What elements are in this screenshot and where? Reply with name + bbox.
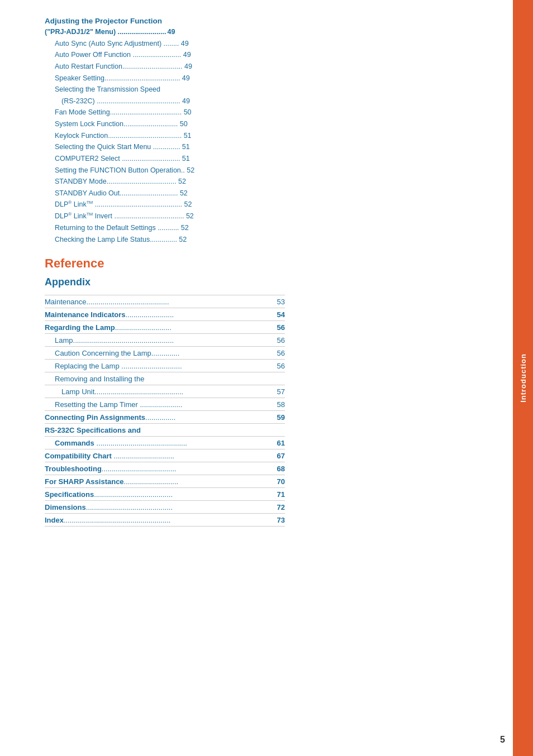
- toc-entry-keylock: Keylock Function........................…: [45, 130, 485, 142]
- toc-entry-lamp-life: Checking the Lamp Life Status...........…: [45, 234, 485, 246]
- side-tab-label: Introduction: [519, 353, 527, 403]
- top-heading: Adjusting the Projector Function: [45, 17, 485, 25]
- toc-entry-autorestart: Auto Restart Function...................…: [45, 61, 485, 73]
- app-page-dimensions: 72: [268, 503, 285, 511]
- app-label-dimensions: Dimensions..............................…: [45, 503, 268, 511]
- toc-entry-prj: ("PRJ-ADJ1/2" Menu) ....................…: [45, 26, 485, 38]
- app-row-lamp: Lamp....................................…: [45, 333, 285, 346]
- side-tab: Introduction: [513, 0, 533, 756]
- app-page-regarding-lamp: 56: [268, 323, 285, 332]
- app-label-troubleshooting: Troubleshooting.........................…: [45, 465, 268, 473]
- app-label-commands: Commands ...............................…: [45, 439, 268, 447]
- app-label-removing-installing: Removing and Installing the: [45, 375, 268, 383]
- top-toc-entries: ("PRJ-ADJ1/2" Menu) ....................…: [45, 26, 485, 245]
- app-row-dimensions: Dimensions..............................…: [45, 500, 285, 513]
- toc-entry-autopoweroff: Auto Power Off Function ................…: [45, 49, 485, 61]
- app-page-troubleshooting: 68: [268, 465, 285, 473]
- app-label-connecting-pin: Connecting Pin Assignments..............…: [45, 413, 268, 422]
- app-label-sharp-assistance: For SHARP Assistance....................…: [45, 477, 268, 486]
- app-row-specifications: Specifications..........................…: [45, 487, 285, 500]
- app-row-compatibility: Compatibility Chart ....................…: [45, 449, 285, 462]
- app-row-commands: Commands ...............................…: [45, 436, 285, 449]
- app-label-resetting-timer: Resetting the Lamp Timer ...............…: [45, 400, 268, 409]
- reference-heading: Reference: [45, 256, 485, 271]
- app-row-replacing-lamp: Replacing the Lamp .....................…: [45, 359, 285, 372]
- app-page-replacing-lamp: 56: [268, 362, 285, 370]
- app-page-specifications: 71: [268, 490, 285, 499]
- app-label-lamp: Lamp....................................…: [45, 336, 268, 344]
- app-row-troubleshooting: Troubleshooting.........................…: [45, 462, 285, 475]
- main-content: Adjusting the Projector Function ("PRJ-A…: [0, 0, 513, 560]
- app-page-commands: 61: [268, 439, 285, 447]
- app-page-maintenance-indicators: 54: [268, 310, 285, 319]
- app-row-sharp-assistance: For SHARP Assistance....................…: [45, 475, 285, 487]
- app-label-maintenance-indicators: Maintenance Indicators..................…: [45, 310, 268, 319]
- app-row-removing-installing: Removing and Installing the: [45, 372, 285, 385]
- toc-entry-default-settings: Returning to the Default Settings ......…: [45, 222, 485, 234]
- app-label-maintenance: Maintenance.............................…: [45, 298, 268, 306]
- page-container: Introduction Adjusting the Projector Fun…: [0, 0, 533, 756]
- toc-entry-transmission-heading: Selecting the Transmission Speed: [45, 84, 485, 95]
- app-row-regarding-lamp: Regarding the Lamp......................…: [45, 320, 285, 333]
- app-row-connecting-pin: Connecting Pin Assignments..............…: [45, 410, 285, 423]
- app-label-rs232c-spec: RS-232C Specifications and: [45, 426, 268, 434]
- top-toc-section: Adjusting the Projector Function ("PRJ-A…: [45, 17, 485, 245]
- app-row-maintenance-indicators: Maintenance Indicators..................…: [45, 308, 285, 320]
- toc-entry-standby-audio: STANDBY Audio Out.......................…: [45, 188, 485, 199]
- app-page-connecting-pin: 59: [268, 413, 285, 422]
- app-label-specifications: Specifications..........................…: [45, 490, 268, 499]
- toc-entry-standby: STANDBY Mode............................…: [45, 176, 485, 188]
- app-page-sharp-assistance: 70: [268, 477, 285, 486]
- toc-entry-fanmode: Fan Mode Setting........................…: [45, 107, 485, 118]
- page-number: 5: [500, 735, 505, 745]
- app-label-caution-lamp: Caution Concerning the Lamp.............…: [45, 349, 268, 357]
- toc-entry-quickstart: Selecting the Quick Start Menu .........…: [45, 141, 485, 153]
- app-label-replacing-lamp: Replacing the Lamp .....................…: [45, 362, 268, 370]
- app-row-index: Index...................................…: [45, 513, 285, 527]
- app-row-maintenance: Maintenance.............................…: [45, 295, 285, 308]
- toc-entry-dlp-link-invert: DLP® LinkTM Invert .....................…: [45, 210, 485, 222]
- app-page-resetting-timer: 58: [268, 400, 285, 409]
- app-row-rs232c-spec: RS-232C Specifications and: [45, 423, 285, 436]
- app-page-lamp-unit: 57: [268, 387, 285, 396]
- toc-entry-syslock: System Lock Function....................…: [45, 118, 485, 130]
- app-label-index: Index...................................…: [45, 516, 268, 524]
- app-row-caution-lamp: Caution Concerning the Lamp.............…: [45, 346, 285, 359]
- toc-entry-speaker: Speaker Setting.........................…: [45, 73, 485, 84]
- toc-entry-function-btn: Setting the FUNCTION Button Operation.. …: [45, 165, 485, 176]
- app-label-compatibility: Compatibility Chart ....................…: [45, 452, 268, 460]
- app-page-lamp: 56: [268, 336, 285, 344]
- app-page-maintenance: 53: [268, 298, 285, 306]
- appendix-table: Maintenance.............................…: [45, 295, 285, 527]
- appendix-heading: Appendix: [45, 276, 485, 288]
- toc-entry-dlp-link: DLP® LinkTM ............................…: [45, 199, 485, 210]
- app-page-compatibility: 67: [268, 452, 285, 460]
- toc-entry-computer2: COMPUTER2 Select .......................…: [45, 153, 485, 165]
- app-page-index: 73: [268, 516, 285, 524]
- app-row-lamp-unit: Lamp Unit...............................…: [45, 385, 285, 398]
- app-label-lamp-unit: Lamp Unit...............................…: [45, 387, 268, 396]
- toc-entry-rs232c: (RS-232C) ..............................…: [45, 95, 485, 107]
- app-label-regarding-lamp: Regarding the Lamp......................…: [45, 323, 268, 332]
- app-row-resetting-timer: Resetting the Lamp Timer ...............…: [45, 398, 285, 410]
- app-page-caution-lamp: 56: [268, 349, 285, 357]
- toc-entry-autosync: Auto Sync (Auto Sync Adjustment) .......…: [45, 38, 485, 50]
